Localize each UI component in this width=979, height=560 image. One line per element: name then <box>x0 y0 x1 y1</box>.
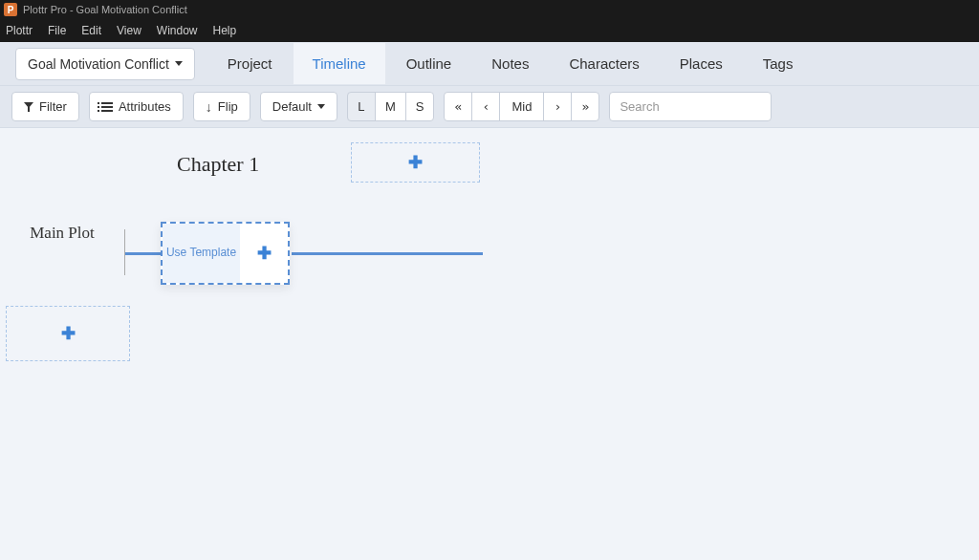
tab-characters[interactable]: Characters <box>550 43 658 84</box>
add-chapter-button[interactable]: ✚ <box>351 142 480 183</box>
flip-button[interactable]: ↓ Flip <box>193 92 250 121</box>
toolbar: Filter Attributes ↓ Flip Default L M S «… <box>0 86 979 128</box>
tab-outline[interactable]: Outline <box>387 43 471 84</box>
use-template-label: Use Template <box>166 246 236 261</box>
attributes-label: Attributes <box>119 99 171 114</box>
search-field[interactable] <box>609 92 772 121</box>
tab-notes[interactable]: Notes <box>472 43 548 84</box>
default-label: Default <box>272 99 312 114</box>
nav-mid[interactable]: Mid <box>499 92 544 121</box>
app-icon: P <box>4 3 17 16</box>
plus-icon: ✚ <box>408 152 423 173</box>
add-scene-button[interactable]: ✚ <box>240 224 288 283</box>
filter-label: Filter <box>39 99 67 114</box>
plotline-row: Main Plot <box>0 224 124 243</box>
chevron-right-icon: › <box>555 99 562 114</box>
filter-icon <box>24 102 33 112</box>
chapter-title[interactable]: Chapter 1 <box>177 152 259 177</box>
flip-label: Flip <box>218 99 238 114</box>
flip-icon: ↓ <box>206 100 212 114</box>
nav-last[interactable]: » <box>571 92 599 121</box>
tab-project[interactable]: Project <box>208 43 292 84</box>
add-plotline-button[interactable]: ✚ <box>6 306 130 361</box>
use-template-button[interactable]: Use Template <box>163 224 240 283</box>
default-dropdown[interactable]: Default <box>260 92 337 121</box>
menu-plottr[interactable]: Plottr <box>6 24 33 37</box>
nav-first[interactable]: « <box>444 92 472 121</box>
plotline-bar <box>124 252 161 255</box>
search-input[interactable] <box>620 99 761 114</box>
list-icon <box>101 102 113 112</box>
double-chevron-right-icon: » <box>582 99 590 114</box>
nav-prev[interactable]: ‹ <box>471 92 500 121</box>
project-dropdown-label: Goal Motivation Conflict <box>28 56 169 72</box>
menu-edit[interactable]: Edit <box>81 24 101 37</box>
menu-file[interactable]: File <box>48 24 66 37</box>
menu-window[interactable]: Window <box>157 24 198 37</box>
plotline-label[interactable]: Main Plot <box>0 224 124 243</box>
double-chevron-left-icon: « <box>455 99 463 114</box>
timeline-canvas: Chapter 1 ✚ Main Plot Use Template ✚ ✚ <box>0 128 979 560</box>
plus-icon: ✚ <box>257 243 272 264</box>
chevron-left-icon: ‹ <box>483 99 490 114</box>
tab-timeline[interactable]: Timeline <box>294 43 385 84</box>
menu-view[interactable]: View <box>117 24 141 37</box>
nav-next[interactable]: › <box>543 92 572 121</box>
tab-places[interactable]: Places <box>661 43 742 84</box>
scene-card-placeholder[interactable]: Use Template ✚ <box>161 222 290 285</box>
nav-group: « ‹ Mid › » <box>444 92 599 121</box>
menu-help[interactable]: Help <box>213 24 237 37</box>
size-medium[interactable]: M <box>375 92 406 121</box>
project-dropdown[interactable]: Goal Motivation Conflict <box>15 48 195 80</box>
chevron-down-icon <box>175 61 183 66</box>
plotline-bar <box>292 252 483 255</box>
size-large[interactable]: L <box>347 92 376 121</box>
window-title: Plottr Pro - Goal Motivation Conflict <box>23 4 187 15</box>
size-small[interactable]: S <box>405 92 435 121</box>
plus-icon: ✚ <box>61 323 76 344</box>
filter-button[interactable]: Filter <box>11 92 79 121</box>
tab-tags[interactable]: Tags <box>744 43 813 84</box>
nav-tabs-row: Goal Motivation Conflict Project Timelin… <box>0 42 979 86</box>
chevron-down-icon <box>317 104 325 109</box>
menu-bar: Plottr File Edit View Window Help <box>0 19 979 42</box>
attributes-button[interactable]: Attributes <box>89 92 184 121</box>
size-group: L M S <box>347 92 435 121</box>
window-titlebar: P Plottr Pro - Goal Motivation Conflict <box>0 0 979 19</box>
